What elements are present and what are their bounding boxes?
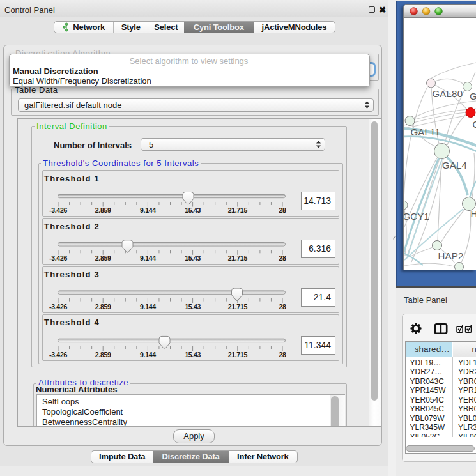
- svg-text:GAL11: GAL11: [411, 127, 441, 137]
- svg-text:GCY1: GCY1: [404, 211, 429, 222]
- svg-text:GAL4: GAL4: [442, 160, 467, 171]
- svg-text:GA: GA: [470, 91, 476, 102]
- svg-text:HAP2: HAP2: [438, 250, 464, 261]
- svg-text:C: C: [473, 119, 476, 130]
- svg-text:GAL80: GAL80: [433, 88, 463, 99]
- svg-text:H: H: [471, 208, 476, 219]
